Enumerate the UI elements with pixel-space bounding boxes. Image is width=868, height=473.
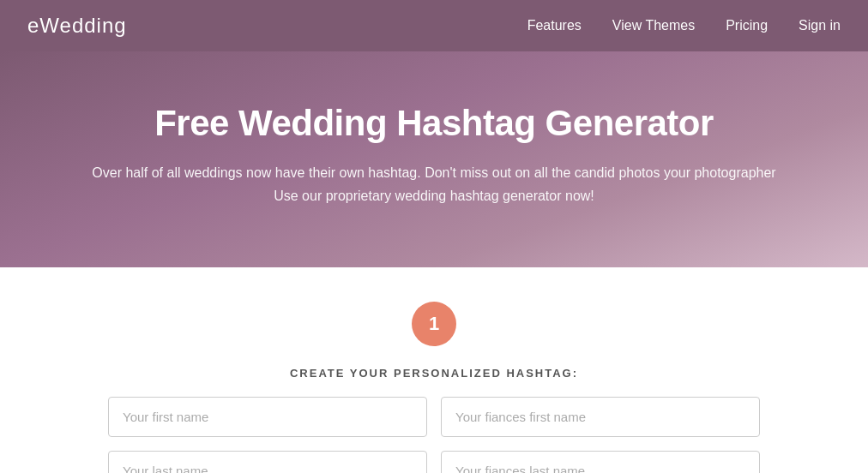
fiance-last-name-input[interactable] bbox=[441, 451, 760, 473]
fiance-first-name-input[interactable] bbox=[441, 397, 760, 437]
form-grid bbox=[108, 397, 760, 473]
form-section: 1 CREATE YOUR PERSONALIZED HASHTAG: Make… bbox=[0, 267, 868, 473]
last-name-input[interactable] bbox=[108, 451, 427, 473]
hero-description: Over half of all weddings now have their… bbox=[27, 161, 841, 207]
nav-pricing[interactable]: Pricing bbox=[726, 18, 768, 33]
hero-title: Free Wedding Hashtag Generator bbox=[27, 103, 841, 144]
nav-view-themes[interactable]: View Themes bbox=[612, 18, 695, 33]
logo[interactable]: eWedding bbox=[27, 14, 127, 38]
nav-features[interactable]: Features bbox=[527, 18, 582, 33]
hero-section: Free Wedding Hashtag Generator Over half… bbox=[0, 51, 868, 267]
navbar: eWedding Features View Themes Pricing Si… bbox=[0, 0, 868, 51]
nav-sign-in[interactable]: Sign in bbox=[799, 18, 841, 33]
step-indicator: 1 bbox=[412, 302, 456, 346]
first-name-input[interactable] bbox=[108, 397, 427, 437]
form-label: CREATE YOUR PERSONALIZED HASHTAG: bbox=[27, 367, 841, 380]
